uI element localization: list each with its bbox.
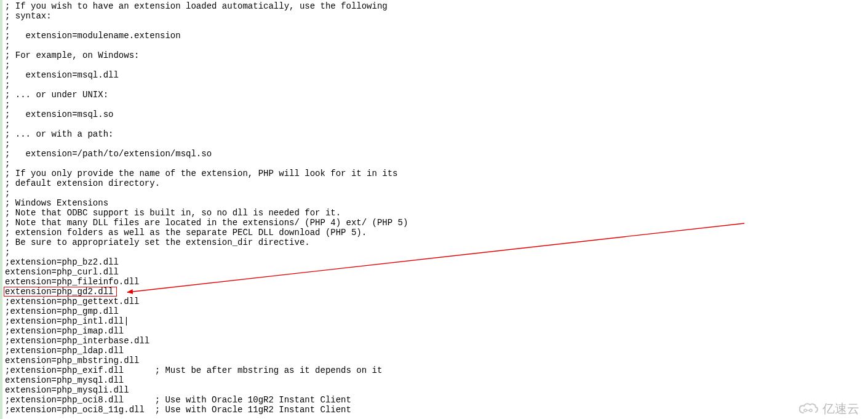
code-line: ; xyxy=(5,247,408,257)
code-line: ;extension=php_oci8.dll ; Use with Oracl… xyxy=(5,395,408,405)
watermark: 亿速云 xyxy=(798,402,859,415)
code-line: ;extension=php_ldap.dll xyxy=(5,346,408,356)
code-line: ; If you only provide the name of the ex… xyxy=(5,169,408,178)
code-line: ; extension=msql.so xyxy=(5,110,408,119)
code-line: ; xyxy=(5,21,408,31)
code-line: ; Windows Extensions xyxy=(5,198,408,208)
code-line: ; Note that many DLL files are located i… xyxy=(5,218,408,228)
code-line: extension=php_fileinfo.dll xyxy=(5,277,408,287)
code-line: ;extension=php_bz2.dll xyxy=(5,257,408,267)
code-line: ; If you wish to have an extension loade… xyxy=(5,1,408,11)
code-line: extension=php_gd2.dll xyxy=(5,287,408,297)
code-line: ; Be sure to appropriately set the exten… xyxy=(5,237,408,247)
code-line: ; xyxy=(5,80,408,90)
code-line: ;extension=php_gettext.dll xyxy=(5,297,408,306)
code-line: ; xyxy=(5,188,408,198)
code-line: ; default extension directory. xyxy=(5,178,408,188)
code-line: ; extension=modulename.extension xyxy=(5,31,408,41)
code-line: extension=php_mysqli.dll xyxy=(5,385,408,395)
code-line: ; xyxy=(5,139,408,149)
cloud-icon xyxy=(798,402,819,415)
svg-point-3 xyxy=(810,409,812,412)
svg-point-2 xyxy=(804,409,806,412)
code-line: ;extension=php_intl.dll| xyxy=(5,316,408,326)
code-line: ; extension=/path/to/extension/msql.so xyxy=(5,149,408,159)
code-line: ; Note that ODBC support is built in, so… xyxy=(5,208,408,218)
code-line: ; extension=msql.dll xyxy=(5,70,408,80)
gutter-margin xyxy=(0,0,2,419)
code-line: ; xyxy=(5,100,408,110)
code-line: ; For example, on Windows: xyxy=(5,50,408,60)
code-line: extension=php_mysql.dll xyxy=(5,375,408,385)
code-line: ; extension folders as well as the separ… xyxy=(5,228,408,237)
code-line: extension=php_mbstring.dll xyxy=(5,356,408,365)
code-line: ; xyxy=(5,41,408,50)
code-line: ;extension=php_imap.dll xyxy=(5,326,408,336)
code-line: ;extension=php_interbase.dll xyxy=(5,336,408,346)
code-line: ; xyxy=(5,159,408,169)
code-line: ; xyxy=(5,119,408,129)
code-line: ; xyxy=(5,60,408,70)
code-line: ;extension=php_oci8_11g.dll ; Use with O… xyxy=(5,405,408,415)
watermark-text: 亿速云 xyxy=(822,404,859,413)
code-line: extension=php_curl.dll xyxy=(5,267,408,277)
code-line: ; syntax: xyxy=(5,11,408,21)
code-line: ;extension=php_exif.dll ; Must be after … xyxy=(5,365,408,375)
code-line: ; ... or under UNIX: xyxy=(5,90,408,100)
code-line: ;extension=php_gmp.dll xyxy=(5,306,408,316)
text-editor-content[interactable]: ; If you wish to have an extension loade… xyxy=(5,1,408,415)
code-line: ; ... or with a path: xyxy=(5,129,408,139)
